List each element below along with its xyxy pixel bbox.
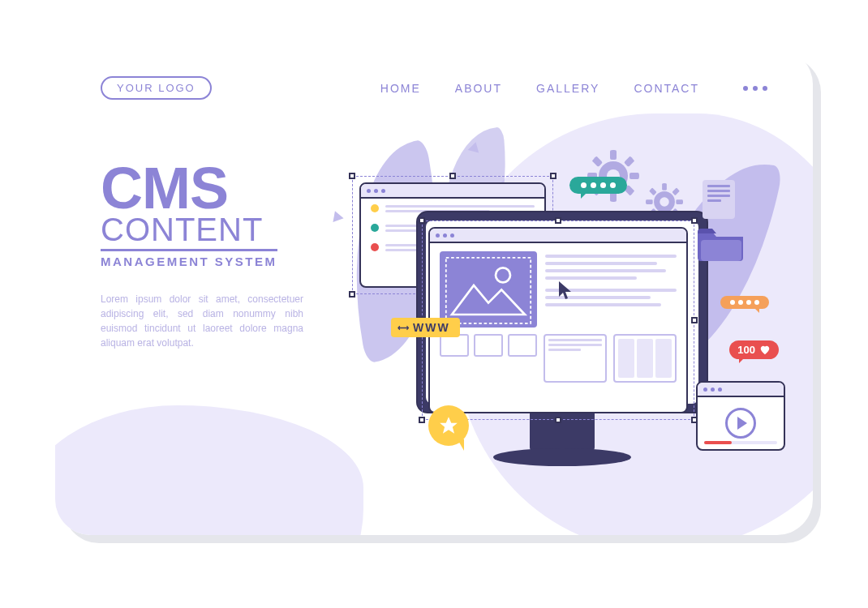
site-logo[interactable]: YOUR LOGO bbox=[101, 76, 212, 100]
svg-rect-15 bbox=[649, 187, 657, 195]
video-window bbox=[696, 381, 785, 451]
svg-rect-1 bbox=[610, 150, 617, 160]
hero-text-block: CMS CONTENT MANAGEMENT SYSTEM Lorem ipsu… bbox=[101, 162, 336, 350]
likes-badge: 100 bbox=[729, 340, 779, 359]
window-titlebar bbox=[361, 184, 544, 199]
star-bubble-icon bbox=[428, 405, 469, 446]
window-titlebar bbox=[430, 229, 686, 243]
nav-about[interactable]: ABOUT bbox=[455, 82, 502, 95]
cursor-icon bbox=[558, 280, 573, 300]
www-badge: WWW bbox=[391, 318, 460, 337]
likes-count: 100 bbox=[737, 344, 755, 356]
svg-rect-20 bbox=[701, 240, 741, 261]
nav-contact[interactable]: CONTACT bbox=[634, 82, 699, 95]
monitor-base bbox=[493, 448, 631, 466]
bg-blob-bottom bbox=[55, 405, 363, 535]
landing-card: YOUR LOGO HOME ABOUT GALLERY CONTACT CMS… bbox=[55, 49, 813, 535]
svg-rect-17 bbox=[672, 187, 680, 195]
window-titlebar bbox=[698, 383, 784, 397]
typing-bubble-icon bbox=[720, 296, 769, 309]
hero-illustration: WWW 100 bbox=[323, 138, 793, 519]
video-progress bbox=[704, 441, 777, 444]
chat-bubble-icon bbox=[569, 177, 627, 194]
www-label: WWW bbox=[413, 321, 450, 334]
hero-title-mgmt: MANAGEMENT SYSTEM bbox=[101, 249, 277, 268]
play-icon bbox=[725, 408, 756, 439]
svg-rect-5 bbox=[591, 156, 603, 167]
svg-rect-14 bbox=[676, 199, 683, 204]
browser-window bbox=[428, 227, 688, 413]
svg-rect-13 bbox=[646, 199, 653, 204]
svg-point-19 bbox=[660, 197, 669, 207]
heart-icon bbox=[759, 345, 771, 356]
nav-home[interactable]: HOME bbox=[380, 82, 421, 95]
hero-title-cms: CMS bbox=[101, 162, 336, 215]
hero-body-copy: Lorem ipsum dolor sit amet, consectetuer… bbox=[101, 292, 303, 350]
monitor-stand bbox=[530, 413, 595, 452]
svg-rect-21 bbox=[446, 258, 531, 323]
svg-rect-4 bbox=[630, 173, 639, 179]
folder-icon bbox=[696, 225, 745, 261]
image-placeholder-icon bbox=[440, 251, 537, 328]
svg-rect-7 bbox=[624, 156, 635, 167]
header: YOUR LOGO HOME ABOUT GALLERY CONTACT bbox=[55, 49, 813, 100]
document-icon bbox=[703, 180, 735, 219]
svg-point-22 bbox=[496, 268, 510, 282]
hero-title-content: CONTENT bbox=[101, 213, 336, 246]
nav-gallery[interactable]: GALLERY bbox=[536, 82, 599, 95]
more-menu-icon[interactable] bbox=[743, 86, 767, 91]
main-nav: HOME ABOUT GALLERY CONTACT bbox=[380, 82, 767, 95]
svg-rect-11 bbox=[662, 183, 667, 191]
gear-icon bbox=[587, 150, 639, 202]
